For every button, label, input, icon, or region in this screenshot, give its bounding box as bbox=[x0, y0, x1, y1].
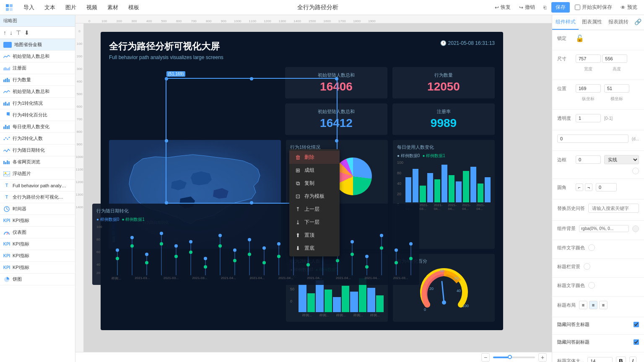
history-search[interactable] bbox=[588, 204, 639, 213]
border-input[interactable] bbox=[576, 155, 601, 164]
link-icon[interactable]: 🔗 bbox=[632, 15, 644, 30]
menu-video[interactable]: 视频 bbox=[81, 0, 102, 15]
lock-icon[interactable]: 🔓 bbox=[576, 34, 584, 42]
corner-handle-tl[interactable] bbox=[165, 77, 168, 80]
align-right-icon[interactable]: ≡ bbox=[599, 301, 608, 309]
ctx-copy[interactable]: ⧉ 复制 bbox=[289, 177, 340, 190]
svg-point-67 bbox=[204, 265, 207, 269]
sidebar-item-behavior1[interactable]: 行为1转化情况 bbox=[0, 98, 75, 109]
save-button[interactable]: 保存 bbox=[551, 2, 570, 13]
y-input[interactable] bbox=[604, 84, 629, 93]
ctx-bring-forward[interactable]: ⤒ 上一层 bbox=[289, 203, 340, 216]
menu-text[interactable]: 文本 bbox=[39, 0, 60, 15]
sidebar-item-register[interactable]: 注册面 bbox=[0, 62, 75, 74]
sidebar-item-init-reg[interactable]: 初始登陆人数总和 bbox=[0, 51, 75, 62]
sidebar-item-page-views[interactable]: 各省网页浏览 bbox=[0, 156, 75, 168]
hide-sub-checkbox[interactable] bbox=[634, 339, 639, 345]
bold-icon[interactable]: B bbox=[616, 357, 626, 362]
x-input[interactable] bbox=[576, 84, 601, 93]
ctx-send-to-back[interactable]: ⬇ 置底 bbox=[289, 242, 340, 255]
corner-tl-icon[interactable]: ⌐ bbox=[576, 184, 583, 191]
title-text-swatch[interactable] bbox=[588, 282, 595, 289]
sidebar-item-kpi4[interactable]: KPI KPI指标 bbox=[0, 262, 75, 274]
text-color-swatch[interactable] bbox=[588, 244, 595, 251]
sidebar-item-main-title[interactable]: T 全行为路径分析可视化大屏 bbox=[0, 191, 75, 203]
corner-handle-bl[interactable] bbox=[165, 201, 168, 204]
realtime-save-checkbox[interactable]: 开始实时保存 bbox=[571, 2, 615, 13]
ctx-group[interactable]: ⊞ 成组 bbox=[289, 164, 340, 177]
copy-icon: ⧉ bbox=[294, 180, 301, 187]
menu-import[interactable]: 导入 bbox=[18, 0, 39, 15]
canvas-scroll[interactable]: 0 100 200 300 400 500 600 700 800 900 10… bbox=[75, 23, 552, 352]
opacity-input[interactable] bbox=[576, 114, 601, 122]
layer-lock-icon[interactable]: ⊤ bbox=[16, 29, 21, 36]
opacity-row: 透明度 [0-1] bbox=[557, 114, 639, 122]
sidebar-item-pie[interactable]: 饼图 bbox=[0, 274, 75, 285]
align-center-icon[interactable]: ≡ bbox=[589, 301, 597, 309]
corner-handle-tm[interactable] bbox=[250, 77, 253, 80]
sidebar-item-gauge[interactable]: 仪表图 bbox=[0, 227, 75, 238]
rotate-input[interactable] bbox=[557, 134, 628, 143]
bg-color-swatch[interactable] bbox=[632, 225, 639, 232]
height-input[interactable] bbox=[602, 54, 627, 63]
layer-label-full-behavior: Full behavior path analysis... bbox=[13, 183, 67, 188]
ruler-mark-200: 200 bbox=[75, 50, 83, 63]
sidebar-item-kpi1[interactable]: KPI KPI指标 bbox=[0, 215, 75, 227]
size-label: 尺寸 bbox=[557, 56, 572, 62]
sidebar-item-init-reg2[interactable]: 初始登陆人数总和 bbox=[0, 86, 75, 98]
sidebar-item-full-behavior[interactable]: T Full behavior path analysis... bbox=[0, 180, 75, 191]
ctx-save-template[interactable]: ⊡ 存为模板 bbox=[289, 190, 340, 203]
sidebar-item-behavior2count[interactable]: 行为2转化人数 bbox=[0, 133, 75, 145]
ctx-delete[interactable]: 🗑 删除 bbox=[289, 151, 340, 164]
border-color-swatch[interactable] bbox=[632, 168, 639, 174]
bar-5 bbox=[441, 165, 447, 202]
zoom-thumb[interactable] bbox=[508, 355, 512, 359]
align-left-icon[interactable]: ≡ bbox=[579, 301, 587, 309]
b2-bar-0 bbox=[299, 284, 306, 313]
share-button[interactable]: ⎗ bbox=[540, 3, 550, 12]
tab-report-jump[interactable]: 报表跳转 bbox=[605, 15, 632, 30]
corner-handle-mr[interactable] bbox=[335, 139, 338, 142]
sidebar-item-timer[interactable]: 时间器 bbox=[0, 203, 75, 215]
border-style-select[interactable]: 实线 bbox=[604, 155, 639, 164]
sidebar-item-kpi3[interactable]: KPI KPI指标 bbox=[0, 250, 75, 262]
sidebar-item-behavior-daily[interactable]: 行为随日期转化 bbox=[0, 145, 75, 156]
layer-icon-kpi4: KPI bbox=[3, 264, 10, 271]
ctx-bring-to-front[interactable]: ⬆ 置顶 bbox=[289, 229, 340, 242]
layer-download-icon[interactable]: ⬇ bbox=[24, 29, 29, 36]
sidebar-item-map[interactable]: 地图省份金额 bbox=[0, 39, 75, 51]
italic-icon[interactable]: I bbox=[629, 357, 637, 362]
corner-handle-ml[interactable] bbox=[165, 139, 168, 142]
radius-input[interactable] bbox=[596, 183, 617, 191]
layer-up-icon[interactable]: ↑ bbox=[3, 29, 6, 36]
sidebar-item-behavior4pct[interactable]: 行为4转化百分比 bbox=[0, 109, 75, 121]
width-input[interactable] bbox=[576, 54, 601, 63]
font-size-input[interactable] bbox=[587, 357, 613, 362]
zoom-track[interactable] bbox=[493, 357, 535, 358]
corner-handle-tr[interactable] bbox=[335, 77, 338, 80]
lock-row: 锁定 🔓 bbox=[557, 34, 639, 42]
menu-assets[interactable]: 素材 bbox=[102, 0, 123, 15]
corner-tr-icon[interactable]: ¬ bbox=[585, 184, 592, 191]
tab-chart-props[interactable]: 图表属性 bbox=[579, 15, 605, 30]
menu-templates[interactable]: 模板 bbox=[123, 0, 144, 15]
preview-button[interactable]: 👁 预览 bbox=[617, 2, 641, 13]
ctx-send-backward[interactable]: ⤓ 下一层 bbox=[289, 216, 340, 229]
title-text-label: 标题文字颜色 bbox=[557, 282, 585, 289]
undo-button[interactable]: ↩ 恢复 bbox=[491, 2, 514, 13]
sidebar-item-behavior-count[interactable]: 行为数量 bbox=[0, 74, 75, 86]
realtime-checkbox[interactable] bbox=[575, 5, 580, 10]
zoom-in-button[interactable]: + bbox=[538, 353, 547, 362]
title-bg-swatch[interactable] bbox=[584, 263, 590, 270]
sidebar-item-kpi2[interactable]: KPI KPI指标 bbox=[0, 238, 75, 250]
menu-image[interactable]: 图片 bbox=[60, 0, 81, 15]
zoom-out-button[interactable]: − bbox=[481, 353, 490, 362]
sidebar-item-float-img[interactable]: 浮动图片 bbox=[0, 168, 75, 180]
sidebar-item-daily-users[interactable]: 每日使用人数变化 bbox=[0, 121, 75, 133]
hide-main-checkbox[interactable] bbox=[634, 322, 639, 327]
tab-component-style[interactable]: 组件样式 bbox=[552, 15, 579, 30]
layer-label-kpi1: KPI指标 bbox=[13, 217, 29, 224]
corner-handle-bm[interactable] bbox=[250, 201, 253, 204]
redo-button[interactable]: ↪ 撤销 bbox=[516, 2, 538, 13]
layer-down-icon[interactable]: ↓ bbox=[10, 29, 13, 36]
